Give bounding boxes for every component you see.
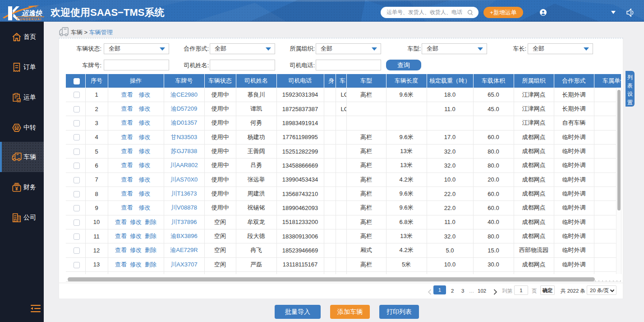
svg-text:运逸快: 运逸快: [21, 9, 43, 17]
svg-text:YUNDEKUAI: YUNDEKUAI: [17, 17, 41, 21]
